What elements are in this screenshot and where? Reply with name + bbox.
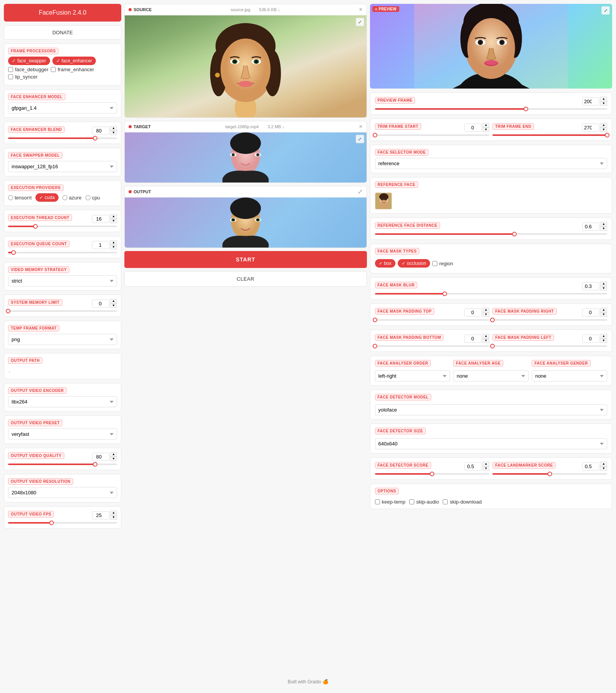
face-enhancer-model-select[interactable]: gfpgan_1.4 gfpgan_1.3 codeformer <box>8 102 117 114</box>
checkbox-face-debugger[interactable]: face_debugger <box>8 67 49 72</box>
output-video-quality-up[interactable]: ▲ <box>110 452 117 457</box>
reference-face-thumbnail[interactable] <box>375 192 392 209</box>
face-analyser-gender-select[interactable]: none male female <box>532 370 607 382</box>
output-video-preset-select[interactable]: ultrafast superfast veryfast faster fast… <box>8 429 117 440</box>
execution-queue-count-number[interactable] <box>92 241 109 249</box>
execution-queue-count-slider[interactable] <box>8 252 117 253</box>
face-mask-blur-slider[interactable] <box>375 293 608 295</box>
face-landmarker-score-down[interactable]: ▼ <box>600 466 607 471</box>
output-video-quality-slider[interactable] <box>8 464 117 465</box>
face-mask-padding-left-up[interactable]: ▲ <box>600 334 607 338</box>
trim-frame-start-down[interactable]: ▼ <box>482 127 489 132</box>
preview-frame-slider[interactable] <box>375 108 608 110</box>
execution-queue-count-down[interactable]: ▼ <box>110 245 117 249</box>
checkbox-lip-syncer[interactable]: lip_syncer <box>8 74 38 80</box>
execution-queue-count-up[interactable]: ▲ <box>110 240 117 245</box>
face-mask-padding-left-slider[interactable] <box>492 345 607 347</box>
source-expand-button[interactable]: ⤢ <box>356 18 364 26</box>
output-expand-button[interactable]: ⤢ <box>358 189 363 195</box>
face-enhancer-blend-number[interactable] <box>92 127 109 135</box>
face-landmarker-score-number[interactable] <box>582 462 599 470</box>
face-mask-blur-up[interactable]: ▲ <box>600 281 607 286</box>
output-video-resolution-select[interactable]: 2048x1080 1920x1080 1280x720 <box>8 487 117 498</box>
donate-button[interactable]: DONATE <box>4 25 121 40</box>
checkbox-skip-download[interactable]: skip-download <box>443 499 482 505</box>
face-detector-size-select[interactable]: 640x640 320x320 160x160 <box>375 438 608 449</box>
output-video-fps-slider[interactable] <box>8 522 117 524</box>
checkbox-skip-audio[interactable]: skip-audio <box>409 499 439 505</box>
chip-occlusion[interactable]: ✓ occlusion <box>398 259 430 268</box>
preview-frame-up[interactable]: ▲ <box>600 97 607 101</box>
face-detector-score-slider[interactable] <box>375 473 490 475</box>
face-mask-blur-down[interactable]: ▼ <box>600 286 607 291</box>
trim-frame-end-down[interactable]: ▼ <box>600 127 607 132</box>
radio-cpu[interactable]: cpu <box>85 193 100 202</box>
radio-tensorrt[interactable]: tensorrt <box>8 193 32 202</box>
trim-frame-start-number[interactable] <box>464 124 482 132</box>
checkbox-keep-temp[interactable]: keep-temp <box>375 499 405 505</box>
chip-face-swapper[interactable]: ✓ face_swapper <box>8 57 50 65</box>
chip-box[interactable]: ✓ box <box>375 259 395 268</box>
reference-face-distance-up[interactable]: ▲ <box>600 222 607 226</box>
preview-frame-down[interactable]: ▼ <box>600 101 607 106</box>
source-close-button[interactable]: × <box>359 7 362 13</box>
target-close-button[interactable]: × <box>359 124 362 130</box>
reference-face-distance-number[interactable] <box>582 223 599 231</box>
face-mask-padding-top-down[interactable]: ▼ <box>482 312 489 317</box>
face-mask-padding-bottom-up[interactable]: ▲ <box>482 334 489 338</box>
execution-thread-count-down[interactable]: ▼ <box>110 219 117 223</box>
face-enhancer-blend-slider[interactable] <box>8 137 117 139</box>
reference-face-distance-slider[interactable] <box>375 233 608 235</box>
start-button[interactable]: START <box>124 251 367 268</box>
radio-azure[interactable]: azure <box>62 193 82 202</box>
face-detector-score-number[interactable] <box>464 462 482 470</box>
face-landmarker-score-up[interactable]: ▲ <box>600 462 607 466</box>
face-mask-padding-top-number[interactable] <box>464 308 482 316</box>
output-video-fps-up[interactable]: ▲ <box>110 511 117 515</box>
reference-face-distance-down[interactable]: ▼ <box>600 226 607 231</box>
system-memory-limit-down[interactable]: ▼ <box>110 303 117 308</box>
output-video-fps-down[interactable]: ▼ <box>110 515 117 520</box>
trim-frame-start-slider[interactable] <box>375 134 490 136</box>
face-selector-mode-select[interactable]: reference one many <box>375 158 608 169</box>
output-video-quality-number[interactable] <box>92 453 109 461</box>
video-memory-strategy-select[interactable]: strict moderate tolerant <box>8 275 117 286</box>
chip-cuda[interactable]: ✓ cuda <box>35 193 59 202</box>
system-memory-limit-number[interactable] <box>92 300 109 308</box>
face-analyser-age-select[interactable]: none child teen adult senior <box>453 370 529 382</box>
execution-thread-count-number[interactable] <box>92 215 109 223</box>
face-mask-padding-right-number[interactable] <box>582 308 599 316</box>
trim-frame-start-up[interactable]: ▲ <box>482 123 489 127</box>
face-mask-padding-bottom-number[interactable] <box>464 335 482 343</box>
trim-frame-end-number[interactable] <box>582 124 599 132</box>
face-mask-padding-left-down[interactable]: ▼ <box>600 338 607 343</box>
face-mask-padding-left-number[interactable] <box>582 335 599 343</box>
face-enhancer-blend-up[interactable]: ▲ <box>110 126 117 131</box>
target-expand-button[interactable]: ⤢ <box>356 135 364 143</box>
face-analyser-order-select[interactable]: left-right right-left top-bottom bottom-… <box>375 370 450 382</box>
system-memory-limit-slider[interactable] <box>8 310 117 312</box>
temp-frame-format-select[interactable]: png jpg bmp <box>8 334 117 345</box>
face-mask-padding-right-down[interactable]: ▼ <box>600 312 607 317</box>
checkbox-region[interactable]: region <box>432 259 453 268</box>
face-mask-padding-right-slider[interactable] <box>492 319 607 321</box>
face-enhancer-blend-down[interactable]: ▼ <box>110 131 117 135</box>
preview-frame-number[interactable] <box>582 97 599 105</box>
chip-face-enhancer[interactable]: ✓ face_enhancer <box>52 57 96 65</box>
face-mask-padding-right-up[interactable]: ▲ <box>600 308 607 312</box>
face-mask-blur-number[interactable] <box>582 282 599 290</box>
face-mask-padding-bottom-down[interactable]: ▼ <box>482 338 489 343</box>
face-detector-model-select[interactable]: yoloface retinaface scrfd <box>375 404 608 415</box>
face-swapper-model-select[interactable]: inswapper_128_fp16 inswapper_128 <box>8 161 117 172</box>
output-video-encoder-select[interactable]: libx264 libx265 libvpx-vp9 <box>8 396 117 407</box>
execution-thread-count-slider[interactable] <box>8 226 117 227</box>
preview-expand-button[interactable]: ⤢ <box>601 6 610 15</box>
checkbox-frame-enhancer[interactable]: frame_enhancer <box>51 67 94 72</box>
trim-frame-end-slider[interactable] <box>492 134 607 136</box>
output-video-quality-down[interactable]: ▼ <box>110 457 117 461</box>
face-mask-padding-top-slider[interactable] <box>375 319 490 321</box>
clear-button[interactable]: CLEAR <box>124 271 367 287</box>
system-memory-limit-up[interactable]: ▲ <box>110 299 117 303</box>
face-landmarker-score-slider[interactable] <box>492 473 607 475</box>
execution-thread-count-up[interactable]: ▲ <box>110 214 117 219</box>
